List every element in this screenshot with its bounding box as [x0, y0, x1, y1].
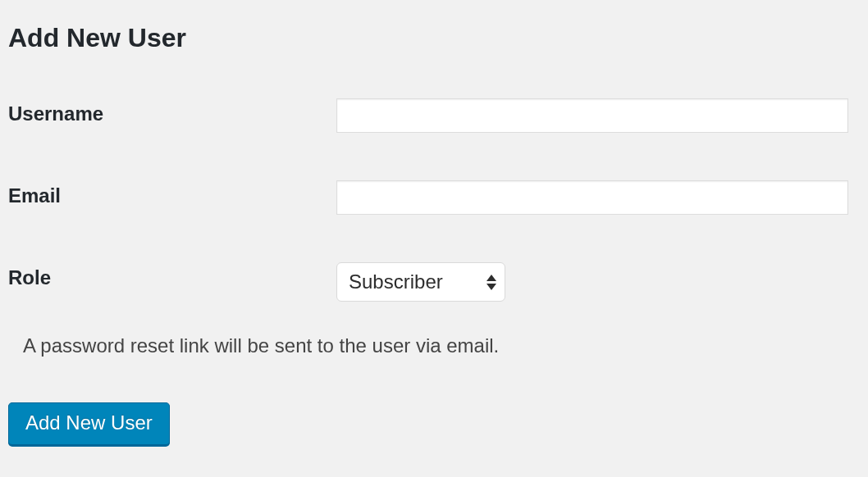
chevron-down-icon [487, 284, 496, 290]
email-field-wrap [336, 180, 860, 215]
email-input[interactable] [336, 180, 848, 215]
role-field-wrap: Subscriber [336, 262, 860, 302]
chevron-up-icon [487, 275, 496, 281]
password-reset-hint: A password reset link will be sent to th… [23, 334, 860, 357]
email-row: Email [8, 180, 860, 215]
username-field-wrap [336, 98, 860, 133]
role-select[interactable]: Subscriber [336, 262, 505, 302]
role-select-value: Subscriber [349, 270, 443, 293]
username-input[interactable] [336, 98, 848, 133]
role-row: Role Subscriber [8, 262, 860, 302]
page-title: Add New User [8, 23, 860, 53]
add-new-user-button[interactable]: Add New User [8, 402, 170, 446]
username-row: Username [8, 98, 860, 133]
username-label: Username [8, 98, 336, 125]
role-label: Role [8, 262, 336, 289]
email-label: Email [8, 180, 336, 207]
add-user-form: Username Email Role Subscriber [8, 98, 860, 302]
select-stepper-icon [487, 275, 496, 290]
